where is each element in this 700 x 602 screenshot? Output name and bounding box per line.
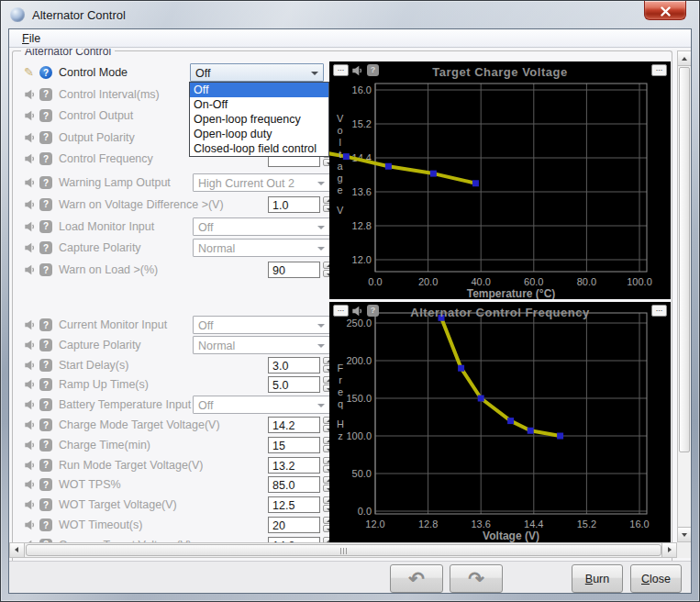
svg-text:Temperature (°C): Temperature (°C) bbox=[467, 287, 556, 299]
dropdown-option[interactable]: Open-loop duty bbox=[190, 127, 328, 141]
svg-text:12.0: 12.0 bbox=[352, 254, 372, 265]
spin-field-charge-time-min-[interactable]: 15 bbox=[268, 437, 320, 453]
row-label: Warning Lamp Output bbox=[59, 176, 171, 189]
row-label: Capture Polarity bbox=[59, 339, 141, 351]
data-point[interactable] bbox=[343, 153, 350, 160]
thumb-grip-icon bbox=[340, 548, 349, 554]
help-icon: ? bbox=[39, 459, 52, 472]
dropdown-option[interactable]: On-Off bbox=[190, 97, 328, 112]
help-icon: ? bbox=[39, 439, 52, 452]
row-label: Control Frequency bbox=[59, 152, 153, 165]
chevron-down-icon bbox=[311, 72, 318, 75]
arrow-left-icon bbox=[15, 547, 18, 552]
row-label: Warn on Load >(%) bbox=[59, 263, 158, 276]
spin-field-charge-mode-target-voltage-v-[interactable]: 14.2 bbox=[268, 417, 320, 433]
data-point[interactable] bbox=[557, 433, 563, 440]
redo-button[interactable]: ↷ bbox=[450, 564, 503, 593]
dropdown-option[interactable]: Closed-loop field control bbox=[190, 141, 328, 156]
row-label: Current Monitor Input bbox=[59, 318, 167, 331]
speaker-icon bbox=[24, 359, 37, 372]
chevron-down-icon bbox=[317, 226, 325, 229]
spin-field-run-mode-target-voltage-v-[interactable]: 13.2 bbox=[268, 457, 320, 474]
scroll-right-button[interactable] bbox=[661, 543, 676, 557]
help-icon: ? bbox=[39, 398, 52, 411]
combo-battery-temperature-input[interactable]: Off bbox=[193, 396, 330, 414]
spin-field-wot-tps-[interactable]: 85.0 bbox=[268, 476, 320, 493]
data-point[interactable] bbox=[430, 171, 437, 177]
svg-text:15.2: 15.2 bbox=[352, 118, 372, 129]
dropdown-option[interactable]: Open-loop frequency bbox=[190, 112, 328, 127]
svg-text:13.6: 13.6 bbox=[471, 518, 490, 530]
chevron-down-icon bbox=[317, 404, 325, 407]
undo-button[interactable]: ↶ bbox=[390, 564, 443, 593]
combo-capture-polarity[interactable]: Normal bbox=[193, 239, 330, 257]
combo-value: Normal bbox=[198, 242, 235, 255]
scroll-up-button[interactable] bbox=[678, 51, 691, 66]
data-point[interactable] bbox=[528, 428, 534, 434]
speaker-icon bbox=[24, 339, 37, 351]
svg-text:60.0: 60.0 bbox=[524, 276, 543, 287]
form-row: ?Capture PolarityNormal bbox=[24, 239, 336, 257]
dropdown-option[interactable]: Off bbox=[190, 83, 328, 97]
help-icon: ? bbox=[39, 152, 52, 165]
combo-value: High Current Out 2 bbox=[198, 177, 294, 190]
svg-text:0.0: 0.0 bbox=[358, 506, 372, 517]
speaker-icon bbox=[24, 459, 37, 472]
data-point[interactable] bbox=[507, 418, 514, 424]
groupbox-legend: Alternator Control bbox=[21, 49, 115, 58]
horizontal-scroll-thumb[interactable] bbox=[26, 544, 661, 556]
spin-field-warn-on-load-[interactable]: 90 bbox=[268, 262, 320, 278]
form-row: ✎?Control ModeOff bbox=[24, 63, 336, 82]
combo-current-monitor-input[interactable]: Off bbox=[193, 316, 330, 334]
help-icon: ? bbox=[39, 518, 52, 531]
data-point[interactable] bbox=[478, 396, 484, 402]
chart-expand-button[interactable]: ... bbox=[651, 305, 667, 317]
scroll-pane: Alternator Control ✎?Control ModeOff?Con… bbox=[9, 49, 691, 561]
combo-load-monitor-input[interactable]: Off bbox=[193, 217, 330, 236]
combo-warning-lamp-output[interactable]: High Current Out 2 bbox=[193, 173, 330, 192]
combo-capture-polarity[interactable]: Normal bbox=[193, 336, 330, 354]
horizontal-scrollbar[interactable] bbox=[9, 542, 677, 558]
spin-field-warn-on-voltage-difference-v-[interactable]: 1.0 bbox=[268, 196, 320, 213]
combo-value: Off bbox=[198, 221, 213, 234]
vertical-scroll-thumb[interactable] bbox=[679, 67, 690, 452]
svg-text:16.0: 16.0 bbox=[629, 518, 649, 530]
help-icon[interactable]: ? bbox=[39, 66, 52, 79]
form-row: ?WOT Target Voltage(V)12.5 bbox=[24, 496, 336, 514]
speaker-icon bbox=[24, 176, 37, 189]
svg-text:12.8: 12.8 bbox=[418, 518, 438, 530]
scroll-down-button[interactable] bbox=[678, 527, 691, 541]
button-bar: ↶ ↷ Burn Close bbox=[9, 561, 691, 593]
svg-text:200.0: 200.0 bbox=[346, 355, 372, 366]
speaker-icon bbox=[24, 152, 37, 165]
spin-field-ramp-up-time-s-[interactable]: 5.0 bbox=[268, 376, 320, 393]
titlebar[interactable]: Alternator Control bbox=[1, 1, 699, 28]
scroll-left-button[interactable] bbox=[10, 543, 25, 557]
data-point[interactable] bbox=[385, 163, 392, 170]
close-dialog-button[interactable]: Close bbox=[630, 564, 682, 593]
speaker-icon bbox=[24, 198, 37, 211]
row-label: WOT Timeout(s) bbox=[59, 518, 142, 531]
row-label: Charge Mode Target Voltage(V) bbox=[59, 418, 220, 431]
svg-text:16.0: 16.0 bbox=[352, 84, 372, 95]
form-row: ?Start Delay(s)3.0 bbox=[24, 356, 336, 374]
data-point[interactable] bbox=[458, 365, 464, 372]
combo-control-mode[interactable]: Off bbox=[190, 63, 324, 82]
scrollbar-corner bbox=[677, 542, 691, 558]
spin-field-wot-timeout-s-[interactable]: 20 bbox=[268, 517, 320, 533]
close-button[interactable] bbox=[644, 1, 686, 20]
spin-field-wot-target-voltage-v-[interactable]: 12.5 bbox=[268, 496, 320, 513]
row-label: Control Interval(ms) bbox=[59, 88, 160, 101]
chart-expand-button[interactable]: ... bbox=[651, 64, 667, 76]
speaker-icon bbox=[24, 131, 37, 144]
row-label: Run Mode Target Voltage(V) bbox=[59, 459, 204, 472]
svg-text:14.4: 14.4 bbox=[524, 518, 543, 530]
redo-icon: ↷ bbox=[468, 568, 484, 589]
arrow-right-icon bbox=[668, 547, 672, 552]
menu-file[interactable]: File bbox=[17, 31, 46, 46]
vertical-scrollbar[interactable] bbox=[677, 50, 691, 542]
data-point[interactable] bbox=[472, 180, 479, 186]
spin-field-start-delay-s-[interactable]: 3.0 bbox=[268, 357, 320, 373]
burn-button[interactable]: Burn bbox=[572, 564, 623, 593]
form-row: ?Battery Temperature InputOff bbox=[24, 396, 336, 414]
